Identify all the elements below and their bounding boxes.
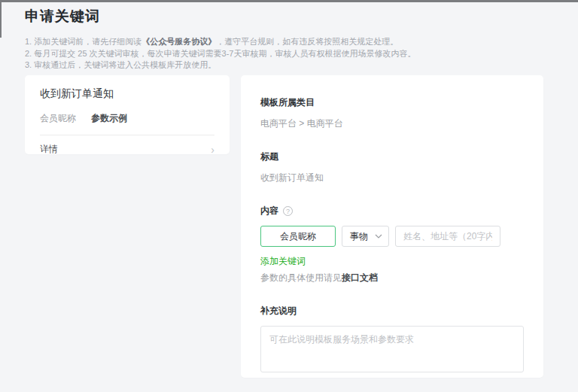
param-type-select[interactable]: 事物 (342, 226, 389, 247)
window-border-left (0, 0, 2, 38)
instruction-line-1: 1. 添加关键词前，请先仔细阅读《公众号服务协议》，遵守平台规则，如有违反将按照… (25, 36, 552, 48)
keyword-input[interactable] (260, 226, 336, 247)
keyword-form-card: 模板所属类目 电商平台 > 电商平台 标题 收到新订单通知 内容 ? 事物 添加… (241, 75, 543, 378)
example-input[interactable] (395, 226, 500, 247)
param-keyword-label: 会员昵称 (40, 112, 76, 125)
page-title: 申请关键词 (25, 7, 552, 26)
note-section: 补充说明 (260, 305, 524, 375)
chevron-right-icon: › (211, 144, 214, 155)
help-question-icon[interactable]: ? (283, 206, 293, 216)
instruction-line-3: 3. 审核通过后，关键词将进入公共模板库开放使用。 (25, 59, 552, 71)
param-example-value: 参数示例 (91, 112, 127, 125)
api-doc-link[interactable]: 接口文档 (342, 272, 378, 283)
template-title: 收到新订单通知 (40, 87, 214, 101)
keyword-row: 事物 (260, 226, 524, 247)
category-section: 模板所属类目 电商平台 > 电商平台 (260, 96, 524, 130)
param-type-value: 事物 (350, 230, 368, 243)
title-section: 标题 收到新订单通知 (260, 150, 524, 184)
title-label: 标题 (260, 150, 524, 163)
title-value: 收到新订单通知 (260, 172, 524, 184)
category-value: 电商平台 > 电商平台 (260, 117, 524, 130)
template-param-row: 会员昵称 参数示例 (40, 112, 214, 125)
detail-label: 详情 (40, 143, 58, 156)
service-agreement-link[interactable]: 《公众号服务协议》 (141, 37, 216, 46)
chevron-down-icon (375, 234, 382, 239)
note-label: 补充说明 (260, 305, 524, 318)
instruction-line-2: 2. 每月可提交 25 次关键词审核，每次申请关键词需要3-7天审核期，审核人员… (25, 48, 552, 60)
content-label: 内容 ? (260, 205, 524, 217)
instructions: 1. 添加关键词前，请先仔细阅读《公众号服务协议》，遵守平台规则，如有违反将按照… (25, 36, 552, 71)
doc-hint: 参数的具体使用请见接口文档 (260, 272, 524, 284)
detail-row[interactable]: 详情 › (40, 135, 214, 156)
add-keyword-link[interactable]: 添加关键词 (260, 255, 306, 268)
window-border-top (0, 0, 578, 2)
content-section: 内容 ? 事物 添加关键词 参数的具体使用请见接口文档 (260, 205, 524, 284)
category-label: 模板所属类目 (260, 96, 524, 109)
note-textarea[interactable] (260, 326, 524, 372)
template-preview-card: 收到新订单通知 会员昵称 参数示例 详情 › (25, 75, 230, 154)
page-header: 申请关键词 1. 添加关键词前，请先仔细阅读《公众号服务协议》，遵守平台规则，如… (25, 7, 552, 71)
